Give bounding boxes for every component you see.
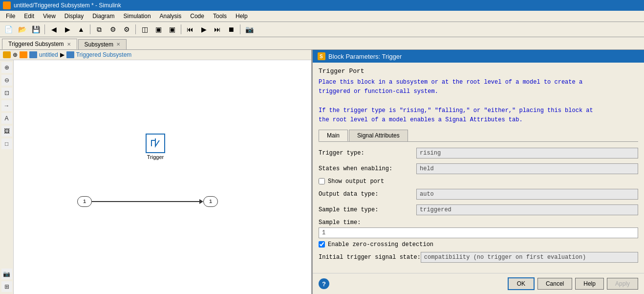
states-enabling-row: States when enabling: xyxy=(319,162,638,175)
new-button[interactable]: 📄 xyxy=(2,23,15,35)
dialog-section-title: Trigger Port xyxy=(319,68,638,75)
output-data-type-row: Output data type: xyxy=(319,188,638,201)
title-bar: untitled/Triggered Subsystem * - Simulin… xyxy=(0,0,644,11)
copy-button[interactable]: ⧉ xyxy=(93,23,106,35)
sample-time-type-label: Sample time type: xyxy=(319,206,416,213)
breadcrumb-subsystem-icon xyxy=(66,51,74,58)
up-button[interactable]: ▲ xyxy=(75,23,87,35)
menu-code[interactable]: Code xyxy=(186,12,208,21)
tab-subsystem[interactable]: Subsystem ✕ xyxy=(78,39,127,49)
breadcrumb-child: Triggered Subsystem xyxy=(76,51,132,58)
zero-crossing-checkbox[interactable] xyxy=(319,241,325,248)
arrow-button[interactable]: → xyxy=(1,100,12,111)
toolbar-sep3 xyxy=(135,24,136,34)
dialog-footer: ? OK Cancel Help Apply xyxy=(313,273,644,294)
trigger-block-label: Trigger xyxy=(147,154,164,160)
breadcrumb-icon2 xyxy=(29,51,37,58)
menu-display[interactable]: Display xyxy=(61,12,87,21)
save-button[interactable]: 💾 xyxy=(29,23,42,35)
breadcrumb-sep1: ⊕ xyxy=(13,51,18,58)
dialog-tab-signal-attributes[interactable]: Signal Attributes xyxy=(349,130,408,141)
show-output-label: Show output port xyxy=(328,178,384,185)
open-button[interactable]: 📂 xyxy=(16,23,28,35)
main-layout: ⊕ untitled ▶ Triggered Subsystem ⊕ ⊖ ⊡ →… xyxy=(0,50,644,294)
text-button[interactable]: A xyxy=(1,113,12,124)
block-parameters-dialog: S Block Parameters: Trigger Trigger Port… xyxy=(312,50,644,294)
dialog-body: Trigger Port Place this block in a subsy… xyxy=(313,63,644,273)
tab-triggered-close[interactable]: ✕ xyxy=(67,42,71,47)
trigger-type-label: Trigger type: xyxy=(319,150,416,157)
settings-button[interactable]: ⚙ xyxy=(107,23,119,35)
step2-button[interactable]: ⏭ xyxy=(211,23,224,35)
rect-button[interactable]: □ xyxy=(1,138,12,149)
apply-button[interactable]: Apply xyxy=(607,278,638,290)
toolbar-sep2 xyxy=(90,24,90,34)
trigger-type-row: Trigger type: xyxy=(319,147,638,159)
camera-button[interactable]: 📷 xyxy=(1,269,12,279)
initial-trigger-input[interactable] xyxy=(421,252,638,263)
help-button[interactable]: Help xyxy=(575,278,604,290)
lib2-button[interactable]: ▣ xyxy=(152,23,165,35)
signal-line: 1 1 xyxy=(77,196,218,207)
zero-crossing-label: Enable zero-crossing detection xyxy=(328,241,433,248)
simulink-icon xyxy=(3,1,11,9)
run-button[interactable]: ▶ xyxy=(197,23,210,35)
breadcrumb-root[interactable]: untitled xyxy=(39,51,58,58)
help-icon-container: ? xyxy=(319,278,329,289)
canvas-area: ⊕ untitled ▶ Triggered Subsystem ⊕ ⊖ ⊡ →… xyxy=(0,50,312,294)
menu-diagram[interactable]: Diagram xyxy=(88,12,118,21)
sample-time-type-input[interactable] xyxy=(416,204,638,215)
toolbar: 📄 📂 💾 ◀ ▶ ▲ ⧉ ⚙ ⚙ ◫ ▣ ▣ ⏮ ▶ ⏭ ⏹ 📷 xyxy=(0,22,644,37)
show-output-row: Show output port xyxy=(319,178,638,185)
states-enabling-input[interactable] xyxy=(416,163,638,174)
breadcrumb: ⊕ untitled ▶ Triggered Subsystem xyxy=(0,50,311,60)
breadcrumb-arrow: ▶ xyxy=(60,51,64,58)
trigger-block-box[interactable] xyxy=(146,134,165,153)
dialog-tab-main[interactable]: Main xyxy=(319,130,348,141)
left-toolbar: ⊕ ⊖ ⊡ → A 🖼 □ 📷 ⊞ xyxy=(0,60,14,294)
expand-button[interactable]: ⊞ xyxy=(1,281,12,292)
trigger-type-input[interactable] xyxy=(416,148,638,158)
port-left: 1 xyxy=(77,196,92,207)
signal-line-h xyxy=(92,201,199,202)
canvas-content[interactable]: Trigger 1 1 xyxy=(14,60,311,294)
initial-trigger-row: Initial trigger signal state: xyxy=(319,251,638,264)
screenshot-button[interactable]: 📷 xyxy=(243,23,256,35)
dialog-description: Place this block in a subsystem or at th… xyxy=(319,78,638,125)
back-button[interactable]: ◀ xyxy=(47,23,60,35)
fit-button[interactable]: ⊡ xyxy=(1,88,12,98)
lib3-button[interactable]: ▣ xyxy=(166,23,178,35)
menu-tools[interactable]: Tools xyxy=(209,12,231,21)
menu-help[interactable]: Help xyxy=(232,12,252,21)
tabs-bar: Triggered Subsystem ✕ Subsystem ✕ xyxy=(0,37,644,50)
library-button[interactable]: ◫ xyxy=(138,23,151,35)
trigger-icon xyxy=(150,137,161,149)
port-right: 1 xyxy=(203,196,218,207)
svg-text:S: S xyxy=(320,54,323,59)
menu-file[interactable]: File xyxy=(2,12,19,21)
toolbar-sep1 xyxy=(44,24,45,34)
trigger-block[interactable]: Trigger xyxy=(146,134,165,160)
ok-button[interactable]: OK xyxy=(508,277,535,290)
step-button[interactable]: ⏮ xyxy=(184,23,196,35)
sample-time-type-row: Sample time type: xyxy=(319,204,638,216)
cancel-button[interactable]: Cancel xyxy=(537,278,572,290)
menu-edit[interactable]: Edit xyxy=(20,12,38,21)
help-icon[interactable]: ? xyxy=(319,278,329,289)
stop-button[interactable]: ⏹ xyxy=(225,23,237,35)
image-button[interactable]: 🖼 xyxy=(1,126,12,136)
zoom-out-button[interactable]: ⊖ xyxy=(1,75,12,86)
sample-time-input[interactable] xyxy=(319,227,638,238)
zoom-in-button[interactable]: ⊕ xyxy=(1,62,12,73)
tab-triggered-subsystem[interactable]: Triggered Subsystem ✕ xyxy=(2,39,77,49)
tab-subsystem-close[interactable]: ✕ xyxy=(116,42,120,47)
menu-simulation[interactable]: Simulation xyxy=(120,12,155,21)
arrow-right-icon xyxy=(199,199,203,204)
menu-view[interactable]: View xyxy=(39,12,60,21)
tab-triggered-label: Triggered Subsystem xyxy=(8,41,64,47)
menu-analysis[interactable]: Analysis xyxy=(156,12,186,21)
output-data-type-input[interactable] xyxy=(416,189,638,200)
forward-button[interactable]: ▶ xyxy=(61,23,74,35)
show-output-checkbox[interactable] xyxy=(319,178,325,184)
settings2-button[interactable]: ⚙ xyxy=(120,23,133,35)
